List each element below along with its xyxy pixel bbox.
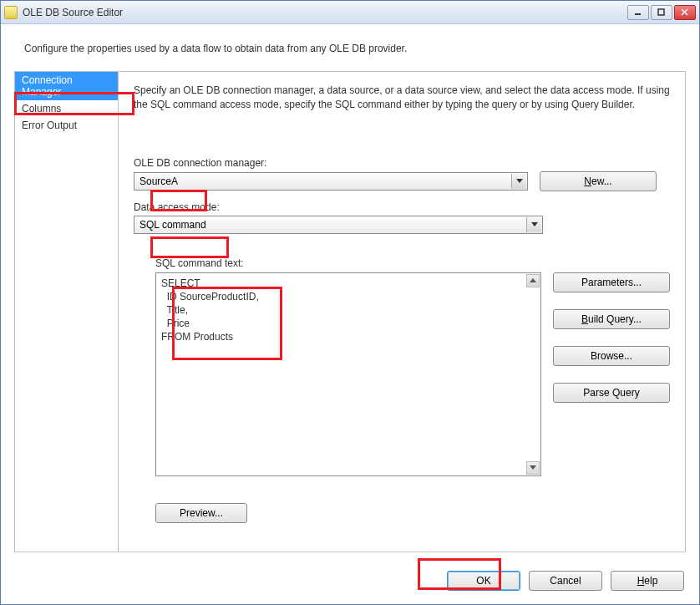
close-button[interactable]: [674, 5, 696, 20]
parameters-button[interactable]: Parameters...: [553, 272, 670, 292]
conn-manager-label: OLE DB connection manager:: [134, 157, 670, 169]
preview-button[interactable]: Preview...: [155, 503, 247, 523]
minimize-icon: [634, 8, 642, 17]
conn-manager-dropdown-button[interactable]: [511, 174, 526, 189]
description-text: Specify an OLE DB connection manager, a …: [134, 84, 670, 112]
build-query-button[interactable]: Build Query...: [553, 309, 670, 329]
data-access-mode-dropdown-button[interactable]: [526, 217, 541, 232]
parse-query-button[interactable]: Parse Query: [553, 383, 670, 403]
chevron-down-icon: [531, 222, 538, 226]
close-icon: [681, 8, 689, 17]
window-controls: [627, 5, 696, 20]
main-panel: Connection Manager Columns Error Output …: [14, 71, 686, 552]
sql-command-text: SELECT ID SourceProductID, Title, Price …: [161, 277, 535, 344]
cancel-button[interactable]: Cancel: [529, 571, 602, 591]
data-access-mode-value: SQL command: [139, 219, 206, 231]
maximize-icon: [657, 8, 666, 17]
dialog-window: OLE DB Source Editor Configure the prope…: [0, 0, 700, 605]
triangle-up-icon: [530, 278, 536, 282]
sql-command-label: SQL command text:: [155, 257, 670, 269]
conn-manager-dropdown[interactable]: SourceA: [134, 172, 528, 191]
ok-button[interactable]: OK: [447, 571, 520, 591]
chevron-down-icon: [516, 179, 523, 183]
maximize-button[interactable]: [651, 5, 672, 20]
scroll-down-button[interactable]: [526, 461, 540, 475]
triangle-down-icon: [530, 465, 536, 470]
scroll-up-button[interactable]: [526, 274, 540, 287]
new-connection-button[interactable]: New...: [540, 171, 657, 191]
sql-command-textarea[interactable]: SELECT ID SourceProductID, Title, Price …: [155, 272, 541, 476]
dialog-subtitle: Configure the properties used by a data …: [1, 24, 699, 61]
conn-manager-value: SourceA: [139, 175, 178, 187]
data-access-mode-dropdown[interactable]: SQL command: [134, 216, 543, 234]
sidebar-item-connection-manager[interactable]: Connection Manager: [15, 72, 118, 100]
sidebar: Connection Manager Columns Error Output: [15, 72, 119, 552]
sidebar-item-error-output[interactable]: Error Output: [15, 117, 118, 134]
window-title: OLE DB Source Editor: [23, 7, 627, 18]
data-access-mode-label: Data access mode:: [134, 201, 670, 213]
svg-rect-1: [658, 9, 664, 15]
content-area: Specify an OLE DB connection manager, a …: [119, 72, 685, 552]
browse-button[interactable]: Browse...: [553, 346, 670, 366]
sidebar-item-columns[interactable]: Columns: [15, 100, 118, 117]
dialog-footer: OK Cancel Help: [1, 561, 699, 604]
help-button[interactable]: Help: [611, 571, 684, 591]
minimize-button[interactable]: [627, 5, 649, 20]
titlebar[interactable]: OLE DB Source Editor: [1, 1, 699, 24]
db-source-icon: [4, 6, 18, 19]
